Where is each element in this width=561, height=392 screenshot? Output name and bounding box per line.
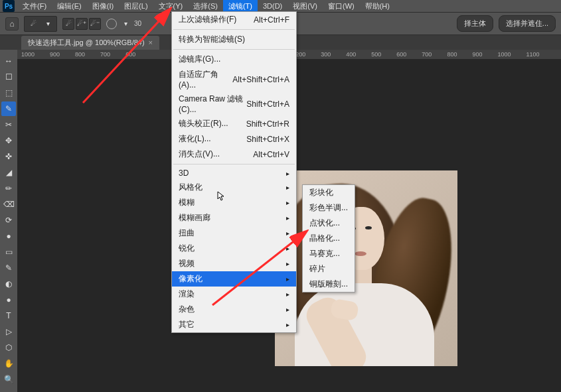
- tool-panel: ↔ ☐ ⬚ ✎ ✂ ✥ ✜ ◢ ✏ ⌫ ⟳ ● ▭ ✎ ◐ ● T ▷ ⬡ ✋ …: [0, 50, 17, 392]
- menu-shortcut: Alt+Shift+Ctrl+A: [232, 75, 289, 84]
- filter-gallery[interactable]: 滤镜库(G)...: [172, 52, 296, 67]
- dropdown-caret-icon: ▾: [120, 18, 131, 30]
- tool-preset-selector[interactable]: ☄ ▾: [24, 16, 57, 32]
- menu-label: 渲染: [179, 289, 195, 300]
- pixelate-submenu: 彩块化 彩色半调... 点状化... 晶格化... 马赛克... 碎片 铜版雕刻…: [302, 184, 355, 293]
- pixelate-mezzotint[interactable]: 铜版雕刻...: [303, 277, 355, 292]
- menu-shortcut: Shift+Ctrl+X: [246, 135, 289, 144]
- menu-label: 风格化: [179, 182, 202, 193]
- lasso-tool-icon[interactable]: ⬚: [1, 86, 16, 100]
- dropdown-caret-icon: ▾: [42, 18, 54, 30]
- ruler-mark: 1100: [526, 51, 539, 58]
- submenu-arrow-icon: ▸: [286, 291, 289, 298]
- ruler-mark: 600: [125, 51, 135, 58]
- filter-stylize[interactable]: 风格化▸: [172, 180, 296, 195]
- menu-label: 转换为智能滤镜(S): [179, 34, 245, 45]
- pixelate-crystallize[interactable]: 晶格化...: [303, 231, 355, 246]
- filter-last[interactable]: 上次滤镜操作(F) Alt+Ctrl+F: [172, 12, 296, 27]
- menu-3d[interactable]: 3D(D): [258, 1, 287, 11]
- ruler-mark: 1000: [497, 51, 511, 58]
- document-tab[interactable]: 快速选择工具.jpg @ 100%(RGB/8#) ×: [21, 36, 159, 50]
- pixelate-pointillize[interactable]: 点状化...: [303, 216, 355, 231]
- pixelate-mosaic[interactable]: 马赛克...: [303, 246, 355, 261]
- menu-select[interactable]: 选择(S): [188, 0, 223, 13]
- frame-tool-icon[interactable]: ✥: [1, 133, 16, 148]
- brush-tool-icon[interactable]: ✏: [1, 181, 16, 196]
- menu-label: 消失点(V)...: [179, 149, 220, 160]
- filter-vanishing-point[interactable]: 消失点(V)...Alt+Ctrl+V: [172, 147, 296, 162]
- brush-size-picker[interactable]: ▾ 30: [106, 18, 141, 30]
- filter-other[interactable]: 其它▸: [172, 317, 296, 332]
- gradient-tool-icon[interactable]: ▭: [1, 245, 16, 259]
- menu-label: 3D: [179, 168, 189, 178]
- move-tool-icon[interactable]: ↔: [1, 54, 16, 68]
- eyedropper-tool-icon[interactable]: ✜: [1, 149, 16, 164]
- healing-tool-icon[interactable]: ◢: [1, 165, 16, 180]
- filter-pixelate[interactable]: 像素化▸: [172, 271, 296, 287]
- menu-help[interactable]: 帮助(H): [360, 0, 395, 13]
- home-icon[interactable]: ⌂: [5, 17, 19, 31]
- filter-blur[interactable]: 模糊▸: [172, 195, 296, 210]
- filter-video[interactable]: 视频▸: [172, 256, 296, 271]
- marquee-tool-icon[interactable]: ☐: [1, 70, 16, 84]
- filter-noise[interactable]: 杂色▸: [172, 302, 296, 317]
- select-subject-button[interactable]: 择主体: [457, 15, 493, 32]
- menu-type[interactable]: 文字(Y): [153, 0, 189, 13]
- pixelate-fragment[interactable]: 碎片: [303, 261, 355, 277]
- crop-tool-icon[interactable]: ✂: [1, 117, 16, 132]
- subtract-selection-icon[interactable]: ☄⁻: [89, 18, 101, 30]
- ruler-mark: 900: [50, 51, 60, 58]
- type-tool-icon[interactable]: T: [1, 308, 16, 323]
- stamp-tool-icon[interactable]: ⌫: [1, 197, 16, 212]
- filter-liquify[interactable]: 液化(L)...Shift+Ctrl+X: [172, 131, 296, 147]
- menu-file[interactable]: 文件(F): [17, 0, 52, 13]
- filter-render[interactable]: 渲染▸: [172, 287, 296, 302]
- brush-size-value: 30: [134, 20, 141, 27]
- blur-tool-icon[interactable]: ✎: [1, 261, 16, 275]
- filter-lens-correction[interactable]: 镜头校正(R)...Shift+Ctrl+R: [172, 116, 296, 131]
- close-tab-icon[interactable]: ×: [149, 38, 153, 46]
- filter-adaptive-wide[interactable]: 自适应广角(A)...Alt+Shift+Ctrl+A: [172, 67, 296, 92]
- submenu-arrow-icon: ▸: [286, 321, 289, 328]
- menu-filter[interactable]: 滤镜(T): [223, 0, 258, 13]
- pen-tool-icon[interactable]: ●: [1, 293, 16, 307]
- menu-label: Camera Raw 滤镜(C)...: [179, 94, 246, 114]
- zoom-tool-icon[interactable]: 🔍: [1, 372, 16, 387]
- select-and-mask-button[interactable]: 选择并遮住...: [499, 15, 556, 32]
- menu-shortcut: Alt+Ctrl+V: [253, 150, 289, 159]
- hand-tool-icon[interactable]: ✋: [1, 356, 16, 371]
- filter-camera-raw[interactable]: Camera Raw 滤镜(C)...Shift+Ctrl+A: [172, 92, 296, 116]
- new-selection-icon[interactable]: ☄: [62, 18, 74, 30]
- menu-window[interactable]: 窗口(W): [323, 0, 360, 13]
- menu-label: 液化(L)...: [179, 133, 211, 145]
- ruler-mark: 300: [321, 51, 331, 58]
- filter-distort[interactable]: 扭曲▸: [172, 226, 296, 241]
- history-brush-tool-icon[interactable]: ⟳: [1, 213, 16, 228]
- menu-label: 镜头校正(R)...: [179, 118, 228, 129]
- filter-3d[interactable]: 3D▸: [172, 166, 296, 180]
- pixelate-facet[interactable]: 彩块化: [303, 185, 355, 200]
- add-selection-icon[interactable]: ☄⁺: [76, 18, 88, 30]
- filter-blur-gallery[interactable]: 模糊画廊▸: [172, 210, 296, 226]
- dodge-tool-icon[interactable]: ◐: [1, 277, 16, 291]
- path-tool-icon[interactable]: ▷: [1, 324, 16, 339]
- brush-preview-icon: [106, 19, 117, 29]
- pixelate-color-halftone[interactable]: 彩色半调...: [303, 200, 355, 216]
- menu-label: 滤镜库(G)...: [179, 54, 220, 65]
- submenu-arrow-icon: ▸: [286, 306, 289, 313]
- menu-layer[interactable]: 图层(L): [119, 0, 153, 13]
- submenu-arrow-icon: ▸: [286, 275, 289, 283]
- filter-convert-smart[interactable]: 转换为智能滤镜(S): [172, 32, 296, 47]
- ruler-mark: 700: [422, 51, 432, 58]
- eraser-tool-icon[interactable]: ●: [1, 229, 16, 243]
- document-title: 快速选择工具.jpg @ 100%(RGB/8#): [28, 38, 145, 48]
- filter-sharpen[interactable]: 锐化▸: [172, 241, 296, 256]
- ruler-mark: 200: [295, 51, 305, 58]
- quick-select-tool-icon[interactable]: ✎: [1, 101, 16, 116]
- shape-tool-icon[interactable]: ⬡: [1, 340, 16, 355]
- submenu-arrow-icon: ▸: [286, 260, 289, 267]
- menu-edit[interactable]: 编辑(E): [52, 0, 87, 13]
- menu-view[interactable]: 视图(V): [287, 0, 323, 13]
- menu-label: 锐化: [179, 243, 195, 254]
- menu-image[interactable]: 图像(I): [87, 0, 119, 13]
